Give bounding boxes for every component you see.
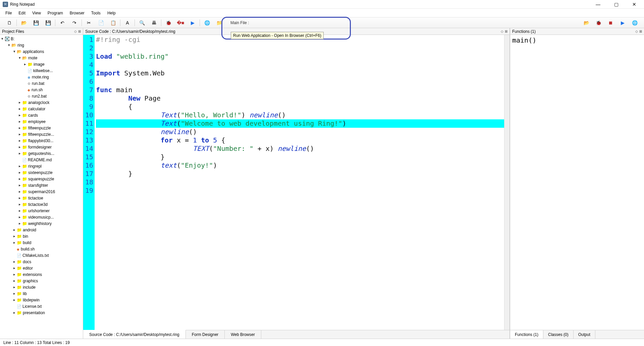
tree-item[interactable]: ▸sixteenpuzzle xyxy=(0,169,83,176)
tree-item[interactable]: ▸tictactoe xyxy=(0,195,83,201)
tree-item[interactable]: ▸weighthistory xyxy=(0,220,83,227)
tree-item[interactable]: ▸formdesigner xyxy=(0,144,83,150)
tree-item[interactable]: build.sh xyxy=(0,246,83,252)
debug-icon[interactable]: 🐞 xyxy=(165,19,172,26)
run-right-icon[interactable]: ▶ xyxy=(619,19,626,26)
tree-item[interactable]: ▸image xyxy=(0,61,83,67)
code-area[interactable]: #!ring -cgi Load "weblib.ring" Import Sy… xyxy=(95,35,504,330)
menu-browser[interactable]: Browser xyxy=(66,9,88,17)
code-line[interactable]: for x = 1 to 5 { xyxy=(96,136,504,145)
stop-icon[interactable]: �■ xyxy=(177,19,184,26)
tree-item[interactable]: run.sh xyxy=(0,86,83,93)
save-as-icon[interactable]: 💾 xyxy=(44,19,52,26)
save-icon[interactable]: 💾 xyxy=(32,19,40,26)
tree-item[interactable]: ▸analogclock xyxy=(0,99,83,106)
menu-file[interactable]: File xyxy=(2,9,15,17)
editor-tab[interactable]: Source Code : C:/Users/samir/Desktop/myt… xyxy=(83,330,186,339)
code-line[interactable]: New Page xyxy=(96,94,504,103)
tree-item[interactable]: ▸libdepwin xyxy=(0,297,83,303)
functions-tab[interactable]: Classes (0) xyxy=(543,330,574,339)
menu-view[interactable]: View xyxy=(29,9,44,17)
tree-item[interactable]: README.md xyxy=(0,157,83,163)
tree-item[interactable]: ▸getquoteshis... xyxy=(0,150,83,157)
code-line[interactable]: TEXT("Number: " + x) newline() xyxy=(96,145,504,153)
tree-item[interactable]: ▸fifteenpuzzle xyxy=(0,125,83,131)
menu-edit[interactable]: Edit xyxy=(15,9,29,17)
code-line[interactable]: Text("Welcome to web development using R… xyxy=(96,119,504,128)
tree-item[interactable]: run.bat xyxy=(0,80,83,86)
code-line[interactable] xyxy=(96,77,504,86)
tree-item[interactable]: ▾applications xyxy=(0,48,83,55)
code-line[interactable]: Text("Hello, World!") newline() xyxy=(96,111,504,119)
float-panel-icon[interactable]: ◇ xyxy=(74,30,77,33)
tree-item[interactable]: ▸urlshortener xyxy=(0,208,83,214)
code-line[interactable]: Import System.Web xyxy=(96,69,504,77)
tree-item[interactable]: ▸squarespuzzle xyxy=(0,176,83,182)
tree-item[interactable]: ▸fifteenpuzzle... xyxy=(0,131,83,137)
tree-item[interactable]: ▾ring xyxy=(0,42,83,48)
close-editor-icon[interactable]: ⊠ xyxy=(505,30,507,33)
print-icon[interactable]: 🖶 xyxy=(150,19,158,26)
close-button[interactable]: ✕ xyxy=(630,1,639,8)
tree-item[interactable]: ▸graphics xyxy=(0,278,83,284)
menu-tools[interactable]: Tools xyxy=(88,9,104,17)
code-line[interactable]: } xyxy=(96,170,504,178)
undo-icon[interactable]: ↶ xyxy=(59,19,66,26)
tree-item[interactable]: killwebse... xyxy=(0,67,83,74)
code-line[interactable]: } xyxy=(96,153,504,161)
run-icon[interactable]: ▶ xyxy=(189,19,196,26)
tree-item[interactable]: ▸cards xyxy=(0,112,83,118)
tree-item[interactable]: ▸extensions xyxy=(0,271,83,278)
tree-item[interactable]: ▸android xyxy=(0,227,83,233)
tree-item[interactable]: ▸lib xyxy=(0,290,83,297)
code-line[interactable] xyxy=(96,178,504,186)
redo-icon[interactable]: ↷ xyxy=(71,19,78,26)
tree-item[interactable]: ▸starsfighter xyxy=(0,182,83,188)
functions-tab[interactable]: Output xyxy=(574,330,595,339)
editor-scrollbar[interactable] xyxy=(504,35,509,330)
open-mainfile-icon[interactable]: 📂 xyxy=(583,19,590,26)
function-item[interactable]: main() xyxy=(512,36,642,44)
code-line[interactable] xyxy=(96,186,504,195)
editor-tab[interactable]: Form Designer xyxy=(186,330,225,339)
tree-item[interactable]: ▸bin xyxy=(0,233,83,239)
project-tree[interactable]: ▾B:▾ring▾applications▾rnote▸imagekillweb… xyxy=(0,35,83,339)
tree-item[interactable]: ▸videomusicp... xyxy=(0,214,83,220)
tree-item[interactable]: CMakeLists.txt xyxy=(0,252,83,258)
run-web-icon[interactable]: 🌐 xyxy=(203,19,211,26)
editor-body[interactable]: 12345678910111213141516171819 #!ring -cg… xyxy=(83,35,509,330)
tree-item[interactable]: run2.bat xyxy=(0,93,83,99)
tree-item[interactable]: ▸build xyxy=(0,239,83,246)
code-line[interactable] xyxy=(96,44,504,52)
tree-item[interactable]: ▸editor xyxy=(0,265,83,271)
tree-item[interactable]: ▸calculator xyxy=(0,106,83,112)
tree-item[interactable]: ▸include xyxy=(0,284,83,290)
new-file-icon[interactable]: 🗋 xyxy=(6,19,13,26)
copy-icon[interactable]: 📄 xyxy=(97,19,105,26)
minimize-button[interactable]: — xyxy=(594,1,602,8)
maximize-button[interactable]: ▢ xyxy=(612,1,621,8)
functions-tab[interactable]: Functions (1) xyxy=(510,330,543,339)
code-line[interactable]: { xyxy=(96,103,504,111)
font-icon[interactable]: A xyxy=(124,19,131,26)
run-web-right-icon[interactable]: 🌐 xyxy=(631,19,638,26)
tree-drive[interactable]: ▾B: xyxy=(0,36,83,42)
float-editor-icon[interactable]: ◇ xyxy=(501,30,503,33)
tree-item[interactable]: ▸flappybird30... xyxy=(0,137,83,144)
code-line[interactable] xyxy=(96,61,504,69)
tree-item[interactable]: ▸docs xyxy=(0,258,83,265)
editor-tab[interactable]: Web Browser xyxy=(225,330,261,339)
code-line[interactable]: text("Enjoy!") xyxy=(96,161,504,170)
tree-item[interactable]: ▸ringrepl xyxy=(0,163,83,169)
tree-item[interactable]: ▾rnote xyxy=(0,55,83,61)
tree-item[interactable]: ▸presentation xyxy=(0,309,83,316)
tree-item[interactable]: License.txt xyxy=(0,303,83,309)
tree-item[interactable]: rnote.ring xyxy=(0,74,83,80)
menu-help[interactable]: Help xyxy=(104,9,119,17)
debug-right-icon[interactable]: 🐞 xyxy=(595,19,602,26)
tree-item[interactable]: ▸employee xyxy=(0,118,83,125)
cut-icon[interactable]: ✂ xyxy=(85,19,93,26)
browse-folder-icon[interactable]: 📁 xyxy=(215,19,223,26)
menu-program[interactable]: Program xyxy=(44,9,66,17)
code-line[interactable]: Load "weblib.ring" xyxy=(96,52,504,61)
